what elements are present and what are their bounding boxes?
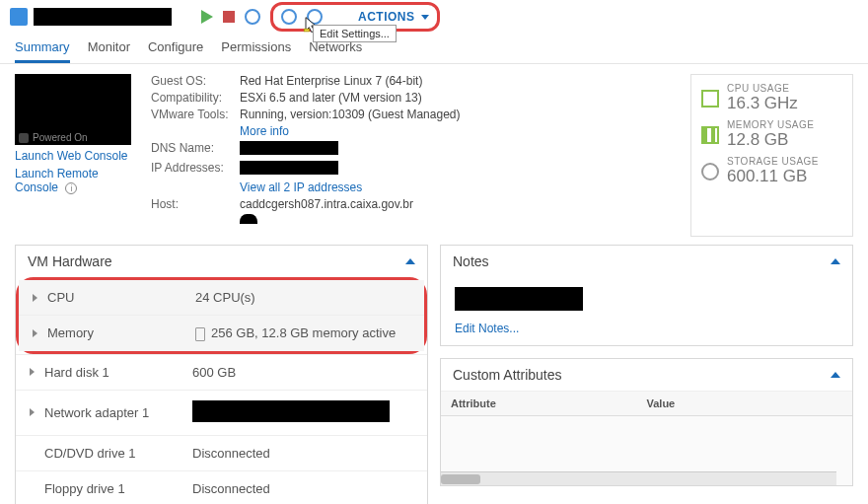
actions-highlight: ACTIONS Edit Settings... <box>270 2 440 32</box>
hw-row-cd-dvd-drive-1: CD/DVD drive 1Disconnected <box>16 435 427 470</box>
storage-usage-row: STORAGE USAGE 600.11 GB <box>701 156 842 186</box>
more-info-link[interactable]: More info <box>240 124 460 138</box>
power-off-icon[interactable] <box>223 11 235 23</box>
snapshot-icon[interactable] <box>307 9 323 25</box>
hw-label: CPU <box>47 290 195 305</box>
memory-usage-row: MEMORY USAGE 12.8 GB <box>701 119 842 150</box>
scrollbar-thumb[interactable] <box>441 474 480 484</box>
custom-attributes-panel: Custom Attributes Attribute Value <box>440 358 853 486</box>
expand-caret-icon[interactable] <box>30 408 35 416</box>
hw-value: Disconnected <box>192 446 413 461</box>
notes-redacted <box>455 287 583 311</box>
vm-icon <box>10 8 28 26</box>
tab-bar: Summary Monitor Configure Permissions Ne… <box>0 30 868 64</box>
collapse-icon <box>831 372 840 378</box>
toolbar-actions: ACTIONS Edit Settings... <box>201 2 440 32</box>
tab-summary[interactable]: Summary <box>15 34 70 63</box>
cpu-usage-label: CPU USAGE <box>727 83 798 94</box>
expand-caret-icon[interactable] <box>33 329 37 337</box>
memory-icon <box>701 126 719 144</box>
power-on-icon[interactable] <box>201 10 213 24</box>
compatibility-value: ESXi 6.5 and later (VM version 13) <box>240 91 460 105</box>
attribute-column-header[interactable]: Attribute <box>451 397 647 409</box>
host-value: caddcgersh087.intra.caixa.gov.br <box>240 197 460 211</box>
dns-name-label: DNS Name: <box>151 141 240 158</box>
collapse-icon <box>831 258 840 264</box>
custom-attributes-header[interactable]: Custom Attributes <box>441 359 852 391</box>
hw-value: 600 GB <box>192 365 413 380</box>
svg-rect-0 <box>304 29 309 32</box>
cpu-usage-value: 16.3 GHz <box>727 94 798 113</box>
hw-row-memory[interactable]: Memory256 GB, 12.8 GB memory active <box>19 315 424 351</box>
custom-attributes-title: Custom Attributes <box>453 367 562 383</box>
vm-hardware-title: VM Hardware <box>28 253 112 269</box>
attributes-table: Attribute Value <box>441 391 852 485</box>
horizontal-scrollbar[interactable] <box>441 471 836 485</box>
memory-stick-icon <box>195 327 205 341</box>
hw-label: Memory <box>47 325 195 340</box>
ip-addresses-redacted <box>240 161 338 175</box>
guest-os-value: Red Hat Enterprise Linux 7 (64-bit) <box>240 74 460 88</box>
storage-usage-value: 600.11 GB <box>727 167 819 186</box>
collapse-icon <box>405 258 415 264</box>
view-all-ips-link[interactable]: View all 2 IP addresses <box>240 180 460 194</box>
vm-name-redacted <box>34 8 172 26</box>
panels-row: VM Hardware CPU24 CPU(s)Memory256 GB, 12… <box>0 245 868 504</box>
expand-caret-icon[interactable] <box>30 368 35 376</box>
host-label: Host: <box>151 197 240 211</box>
usage-panel: CPU USAGE 16.3 GHz MEMORY USAGE 12.8 GB … <box>690 74 853 237</box>
vmware-tools-value: Running, version:10309 (Guest Managed) <box>240 108 460 121</box>
notes-title: Notes <box>453 253 489 269</box>
actions-menu[interactable]: ACTIONS <box>358 10 429 24</box>
attributes-body[interactable] <box>441 416 852 485</box>
edit-notes-link[interactable]: Edit Notes... <box>455 322 838 335</box>
hw-row-cpu[interactable]: CPU24 CPU(s) <box>19 280 424 315</box>
hw-row-network-adapter-1[interactable]: Network adapter 1 <box>16 390 427 435</box>
hw-label: Floppy drive 1 <box>44 481 192 496</box>
console-column: Powered On Launch Web Console Launch Rem… <box>15 74 131 237</box>
notes-panel: Notes Edit Notes... <box>440 245 853 346</box>
memory-usage-value: 12.8 GB <box>727 130 814 150</box>
hw-value: 24 CPU(s) <box>195 290 410 305</box>
info-icon[interactable]: i <box>65 182 77 194</box>
actions-label: ACTIONS <box>358 10 415 24</box>
restart-icon[interactable] <box>245 9 260 25</box>
edit-settings-tooltip: Edit Settings... <box>313 25 397 42</box>
summary-strip: Powered On Launch Web Console Launch Rem… <box>0 64 868 245</box>
hw-label: CD/DVD drive 1 <box>44 446 192 461</box>
vm-hardware-header[interactable]: VM Hardware <box>16 246 427 277</box>
cpu-usage-row: CPU USAGE 16.3 GHz <box>701 83 842 113</box>
vm-hardware-panel: VM Hardware CPU24 CPU(s)Memory256 GB, 12… <box>15 245 428 504</box>
vm-info-grid: Guest OS: Red Hat Enterprise Linux 7 (64… <box>151 74 460 237</box>
expand-caret-icon[interactable] <box>33 294 37 302</box>
memory-usage-label: MEMORY USAGE <box>727 119 814 130</box>
guest-os-label: Guest OS: <box>151 74 240 88</box>
tab-permissions[interactable]: Permissions <box>221 34 291 63</box>
launch-remote-console-link[interactable]: Launch Remote Console <box>15 167 99 194</box>
title-toolbar: ACTIONS Edit Settings... <box>0 0 868 30</box>
linux-icon <box>240 214 257 234</box>
value-column-header[interactable]: Value <box>647 397 843 409</box>
launch-web-console-link[interactable]: Launch Web Console <box>15 149 131 163</box>
storage-usage-label: STORAGE USAGE <box>727 156 819 167</box>
hw-value: 256 GB, 12.8 GB memory active <box>195 325 410 341</box>
console-thumbnail[interactable]: Powered On <box>15 74 131 145</box>
power-state: Powered On <box>19 132 88 143</box>
hw-value: Disconnected <box>192 481 413 496</box>
vm-hardware-rows: CPU24 CPU(s)Memory256 GB, 12.8 GB memory… <box>16 277 427 504</box>
chevron-down-icon <box>421 15 429 20</box>
tab-configure[interactable]: Configure <box>148 34 203 63</box>
notes-header[interactable]: Notes <box>441 246 852 277</box>
vmware-tools-label: VMware Tools: <box>151 108 240 121</box>
hw-value <box>192 400 413 425</box>
compatibility-label: Compatibility: <box>151 91 240 105</box>
tab-monitor[interactable]: Monitor <box>88 34 130 63</box>
ip-addresses-label: IP Addresses: <box>151 161 240 178</box>
cpu-icon <box>701 90 719 108</box>
hw-row-floppy-drive-1: Floppy drive 1Disconnected <box>16 470 427 504</box>
hw-row-hard-disk-1[interactable]: Hard disk 1600 GB <box>16 354 427 390</box>
storage-icon <box>701 163 719 180</box>
edit-settings-icon[interactable] <box>281 9 297 25</box>
hw-value-redacted <box>192 400 390 422</box>
dns-name-redacted <box>240 141 338 155</box>
